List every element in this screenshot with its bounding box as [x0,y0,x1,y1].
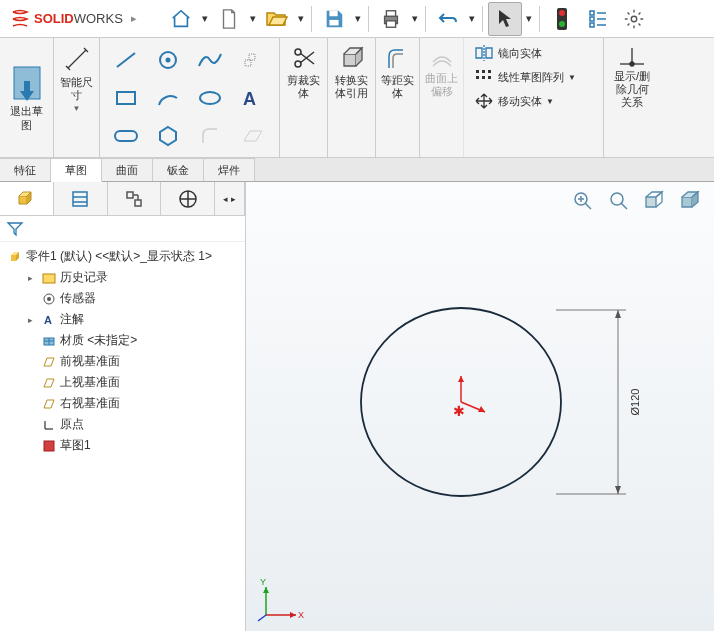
svg-rect-3 [386,10,395,16]
dropdown-icon[interactable]: ▼ [546,97,554,106]
svg-rect-30 [488,70,491,73]
feature-tree-tab[interactable] [0,182,54,215]
select-button[interactable] [488,2,522,36]
fillet-tool[interactable] [190,118,230,154]
svg-point-7 [559,21,565,27]
dimension-label[interactable]: Ø120 [629,389,641,416]
tree-origin[interactable]: 原点 [0,414,245,435]
display-relations-button[interactable]: 显示/删 除几何 关系 [610,42,654,112]
svg-marker-71 [615,486,621,494]
tree-sensors[interactable]: 传感器 [0,288,245,309]
home-button[interactable] [164,2,198,36]
panel-nav[interactable]: ◂ ▸ [215,182,245,215]
linear-pattern-button[interactable]: 线性草图阵列 ▼ [470,66,597,88]
settings-icon[interactable] [617,2,651,36]
command-tabs: 特征 草图 曲面 钣金 焊件 [0,158,714,182]
svg-rect-19 [249,54,255,60]
svg-point-18 [167,59,170,62]
smart-dimension-button[interactable]: 智能尺 寸 [56,42,97,104]
svg-rect-31 [476,76,479,79]
arc-tool[interactable] [148,80,188,116]
svg-rect-8 [590,11,594,15]
svg-rect-21 [117,92,135,104]
svg-line-78 [258,615,266,621]
svg-marker-25 [160,127,176,145]
config-tab[interactable] [108,182,162,215]
dropdown-icon[interactable]: ▼ [73,104,81,113]
traffic-light-icon[interactable] [545,2,579,36]
svg-rect-4 [386,20,395,26]
new-button[interactable] [212,2,246,36]
convert-entities-button[interactable]: 转换实 体引用 [331,42,372,102]
svg-rect-47 [43,274,55,283]
svg-point-27 [295,49,301,55]
polygon-tool[interactable] [148,118,188,154]
tree-plane-top[interactable]: 上视基准面 [0,372,245,393]
app-logo: SOLIDWORKS ▸ [4,9,154,29]
offset-entities-button[interactable]: 等距实 体 [377,42,418,102]
mirror-entities-button[interactable]: 镜向实体 [470,42,597,64]
tab-sheetmetal[interactable]: 钣金 [153,158,204,181]
point-tool[interactable] [232,42,272,78]
move-entities-button[interactable]: 移动实体 ▼ [470,90,597,112]
save-button[interactable] [317,2,351,36]
view-triad: Y X [256,575,306,625]
exit-sketch-button[interactable]: 退出草 图 [6,61,48,133]
list-icon[interactable] [581,2,615,36]
filter-icon[interactable] [6,220,24,238]
svg-point-14 [631,16,637,22]
dropdown-icon[interactable]: ▼ [568,73,576,82]
dropdown-icon[interactable]: ▾ [248,12,258,25]
sketch-drawing: ✱ [246,182,714,631]
print-button[interactable] [374,2,408,36]
dropdown-icon[interactable]: ▾ [467,12,477,25]
tree-annotations[interactable]: ▸A注解 [0,309,245,330]
trim-button[interactable]: 剪裁实 体 [283,42,324,102]
dropdown-icon[interactable]: ▾ [524,12,534,25]
undo-button[interactable] [431,2,465,36]
tree-root[interactable]: 零件1 (默认) <<默认>_显示状态 1> [0,246,245,267]
tree-history[interactable]: ▸历史记录 [0,267,245,288]
graphics-viewport[interactable]: ✱ Ø120 Y X [246,182,714,631]
dropdown-icon[interactable]: ▾ [353,12,363,25]
tab-features[interactable]: 特征 [0,158,51,181]
dropdown-icon[interactable]: ▾ [200,12,210,25]
rectangle-tool[interactable] [106,80,146,116]
svg-text:Y: Y [260,577,266,587]
svg-text:A: A [243,89,256,109]
svg-text:A: A [44,314,52,326]
svg-text:X: X [298,610,304,620]
svg-rect-40 [127,192,133,198]
ellipse-tool[interactable] [190,80,230,116]
tab-surfaces[interactable]: 曲面 [102,158,153,181]
svg-point-26 [295,61,301,67]
svg-rect-37 [73,192,87,206]
svg-line-16 [117,53,135,67]
spline-tool[interactable] [190,42,230,78]
property-tab[interactable] [54,182,108,215]
text-tool[interactable]: A [232,80,272,116]
svg-rect-24 [115,131,137,141]
svg-rect-41 [135,200,141,206]
tab-weldments[interactable]: 焊件 [204,158,255,181]
line-tool[interactable] [106,42,146,78]
plane-tool[interactable] [232,118,272,154]
svg-marker-70 [615,310,621,318]
tab-sketch[interactable]: 草图 [51,158,102,182]
tree-plane-right[interactable]: 右视基准面 [0,393,245,414]
slot-tool[interactable] [106,118,146,154]
tree-sketch1[interactable]: 草图1 [0,435,245,456]
svg-rect-32 [482,76,485,79]
dropdown-icon[interactable]: ▾ [296,12,306,25]
open-button[interactable] [260,2,294,36]
svg-point-36 [630,62,634,66]
svg-rect-1 [329,19,338,24]
dimxpert-tab[interactable] [161,182,215,215]
svg-rect-28 [476,70,479,73]
tree-plane-front[interactable]: 前视基准面 [0,351,245,372]
svg-marker-63 [458,376,464,382]
tree-material[interactable]: 材质 <未指定> [0,330,245,351]
chevron-right-icon[interactable]: ▸ [131,12,137,25]
circle-tool[interactable] [148,42,188,78]
dropdown-icon[interactable]: ▾ [410,12,420,25]
